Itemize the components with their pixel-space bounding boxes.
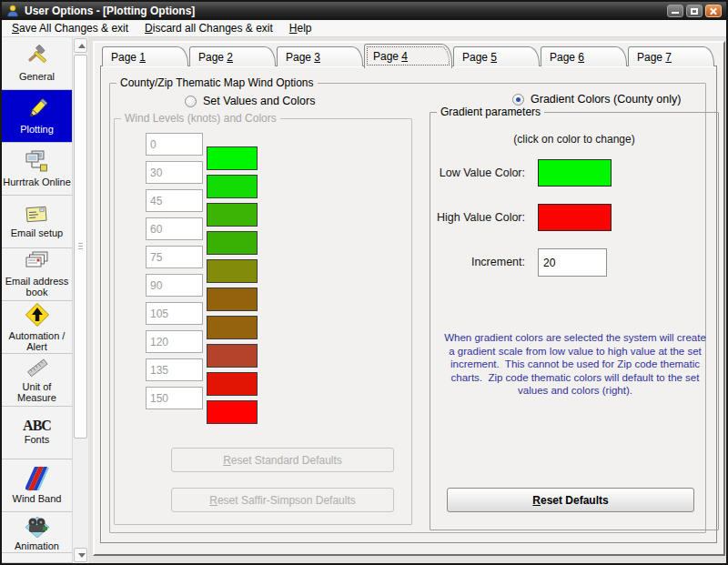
- sidebar-item-label: Fonts: [25, 434, 50, 445]
- sidebar-item-email-setup[interactable]: Email setup: [2, 196, 72, 248]
- wind-level-input-7: [146, 330, 203, 353]
- low-value-color-swatch[interactable]: [538, 159, 612, 187]
- scrollbar-thumb[interactable]: [74, 55, 87, 439]
- sidebar-item-label: Email address book: [3, 276, 71, 298]
- titlebar: User Options - [Plotting Options]: [2, 2, 726, 20]
- sidebar: General Plotting Hurrtra: [2, 37, 72, 563]
- wind-level-input-2: [146, 189, 203, 212]
- wind-color-swatch-9: [207, 400, 258, 424]
- wind-level-input-1: [146, 161, 203, 184]
- reset-defaults-button[interactable]: Reset Defaults: [447, 488, 694, 512]
- tab-page-5[interactable]: Page 5: [453, 46, 540, 66]
- envelope-icon: [25, 205, 49, 225]
- radio-gradient-colors[interactable]: Gradient Colors (County only): [512, 93, 681, 106]
- tab-page-4-content: County/Zip Thematic Map Wind Options Set…: [100, 66, 717, 543]
- sidebar-item-email-address-book[interactable]: Email address book: [2, 248, 72, 301]
- wind-level-input-0: [146, 133, 203, 156]
- radio-label: Set Values and Colors: [203, 95, 315, 107]
- sidebar-item-hurrtrak-online[interactable]: Hurrtrak Online: [2, 143, 72, 196]
- group-title: County/Zip Thematic Map Wind Options: [116, 76, 318, 89]
- radio-set-values-and-colors[interactable]: Set Values and Colors: [185, 95, 315, 107]
- tab-page-4[interactable]: Page 4: [364, 44, 452, 68]
- pencil-icon: [25, 97, 49, 121]
- sidebar-item-label: Animation: [15, 540, 59, 551]
- radio-unchecked-icon: [185, 96, 197, 107]
- sidebar-item-automation-alert[interactable]: Automation / Alert: [2, 301, 72, 354]
- sidebar-item-wind-band[interactable]: Wind Band: [2, 459, 72, 512]
- address-book-icon: [25, 251, 50, 273]
- wind-color-swatch-6: [207, 316, 258, 339]
- tab-page-6[interactable]: Page 6: [541, 46, 627, 66]
- menu-save-all-changes[interactable]: Save All Changes & exit: [4, 20, 136, 36]
- scroll-down-button[interactable]: [74, 548, 87, 562]
- scroll-up-button[interactable]: [74, 38, 87, 53]
- gradient-note: When gradient colors are selected the sy…: [442, 331, 708, 398]
- reset-saffir-simpson-defaults-button: Reset Saffir-Simpson Defaults: [171, 488, 394, 512]
- low-value-color-label: Low Value Color:: [430, 166, 525, 179]
- sidebar-item-label: Wind Band: [13, 493, 62, 504]
- gradient-parameters-groupbox: Gradient parameters (click on color to c…: [430, 112, 719, 530]
- wind-band-stripes-icon: [25, 467, 49, 490]
- wind-color-swatch-1: [207, 175, 258, 198]
- wind-level-input-9: [146, 387, 203, 409]
- radio-label: Gradient Colors (County only): [531, 93, 681, 106]
- wind-levels-title: Wind Levels (knots) and Colors: [121, 112, 280, 125]
- tab-page-3[interactable]: Page 3: [277, 46, 363, 66]
- computer-network-icon: [25, 150, 50, 174]
- county-zip-groupbox: County/Zip Thematic Map Wind Options Set…: [109, 83, 706, 533]
- radio-checked-icon: [512, 94, 524, 106]
- wind-color-swatch-5: [207, 288, 258, 311]
- wind-color-swatch-8: [207, 372, 258, 396]
- wind-color-swatch-7: [207, 344, 258, 368]
- gradient-parameters-title: Gradient parameters: [437, 106, 544, 118]
- tabstrip: Page 1 Page 2 Page 3 Page 4 Page 5 Page …: [102, 46, 715, 66]
- sidebar-item-fonts[interactable]: ABC Fonts: [2, 407, 72, 459]
- sidebar-item-label: Hurrtrak Online: [3, 177, 71, 187]
- sidebar-item-label: Plotting: [20, 124, 54, 135]
- tab-page-2[interactable]: Page 2: [189, 46, 276, 66]
- maximize-button[interactable]: [686, 5, 703, 17]
- alert-sign-icon: [25, 302, 50, 328]
- user-options-window: User Options - [Plotting Options] Save A…: [0, 0, 728, 565]
- sidebar-item-plotting[interactable]: Plotting: [2, 90, 72, 143]
- minimize-icon: [672, 12, 679, 14]
- maximize-icon: [691, 8, 698, 15]
- increment-label: Increment:: [430, 256, 525, 268]
- high-value-color-label: High Value Color:: [430, 211, 525, 224]
- close-button[interactable]: [705, 5, 722, 17]
- sidebar-item-label: General: [19, 71, 55, 82]
- arrow-up-icon: [78, 44, 86, 48]
- sidebar-scrollbar[interactable]: [72, 37, 88, 563]
- wind-color-swatch-3: [207, 231, 258, 255]
- wind-level-input-6: [146, 302, 203, 325]
- tab-page-7[interactable]: Page 7: [628, 46, 714, 66]
- click-color-hint: (click on color to change): [430, 133, 718, 146]
- ruler-icon: [25, 357, 49, 378]
- sidebar-item-partial: [2, 553, 72, 563]
- wind-levels-groupbox: Wind Levels (knots) and Colors: [114, 118, 412, 525]
- sidebar-item-animation[interactable]: Animation: [2, 512, 72, 553]
- increment-input[interactable]: [538, 248, 607, 277]
- high-value-color-swatch[interactable]: [538, 204, 612, 231]
- menubar: Save All Changes & exit Discard all Chan…: [2, 20, 726, 37]
- menu-help[interactable]: Help: [281, 20, 320, 36]
- grip-icon: [78, 243, 83, 250]
- projector-icon: [25, 514, 50, 538]
- wind-color-swatch-2: [207, 203, 258, 227]
- sidebar-item-label: Email setup: [11, 227, 63, 238]
- abc-icon: ABC: [23, 420, 51, 431]
- arrow-down-icon: [78, 553, 86, 558]
- wind-color-swatch-4: [207, 259, 258, 283]
- minimize-button[interactable]: [667, 5, 683, 17]
- wind-color-swatch-0: [207, 146, 258, 170]
- sidebar-item-unit-of-measure[interactable]: Unit of Measure: [2, 354, 72, 407]
- main-panel: Page 1 Page 2 Page 3 Page 4 Page 5 Page …: [93, 41, 725, 556]
- tools-icon: [25, 45, 49, 68]
- tab-page-1[interactable]: Page 1: [102, 46, 188, 66]
- wind-level-input-4: [146, 246, 203, 268]
- menu-discard-all-changes[interactable]: Discard all Changes & exit: [136, 20, 281, 36]
- wind-level-input-3: [146, 217, 203, 240]
- sidebar-item-general[interactable]: General: [2, 37, 72, 90]
- person-icon: [6, 5, 19, 17]
- wind-level-input-5: [146, 274, 203, 297]
